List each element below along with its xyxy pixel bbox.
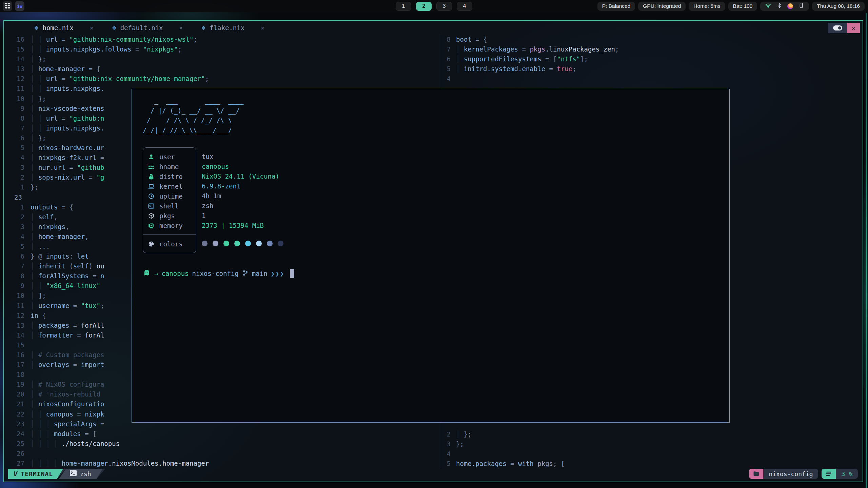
status-module[interactable]: Home: 6ms [689, 2, 725, 11]
uptime-icon [147, 193, 155, 200]
mode-segment: V TERMINAL [8, 469, 63, 479]
fetch-value-memory: 2373 | 15394 MiB [202, 221, 283, 230]
indent-guide: │ [456, 55, 464, 63]
tab-home.nix[interactable]: ❄home.nix✕ [25, 21, 103, 35]
token: = { [58, 203, 73, 211]
token: "tux" [81, 302, 100, 309]
indent-guide: │ [456, 65, 464, 73]
tab-close-icon[interactable]: ✕ [261, 24, 264, 31]
indent-guide: │ [31, 95, 38, 102]
token: pkgs [534, 460, 553, 467]
floating-terminal[interactable]: _ ___ ____ ____ / |/ (_)_ __/ __ \/ __/ … [132, 89, 730, 423]
line-number: 23 [4, 192, 31, 202]
code-line: 5│ initrd.systemd.enable = true; [441, 64, 863, 74]
line-number: 17 [4, 360, 31, 370]
token: nixpkgs-f2k.url [38, 154, 97, 161]
token: specialArgs [54, 420, 97, 428]
tab-close-icon[interactable]: ✕ [179, 24, 183, 31]
launcher-button[interactable] [3, 1, 12, 11]
shell-segment: zsh [59, 469, 103, 479]
code-text: │ # 'nixos-rebuild [31, 389, 100, 399]
pin-toggle[interactable] [828, 23, 847, 33]
code-text: │ │ │ │ home-manager.nixosModules.home-m… [31, 459, 209, 468]
line-number: 23 [4, 419, 31, 429]
workspace-4-button[interactable]: 4 [457, 2, 472, 11]
workspace-1-button[interactable]: 1 [396, 2, 411, 11]
phone-icon[interactable] [798, 2, 804, 10]
status-module[interactable]: P: Balanced [597, 2, 635, 11]
indent-guide: │ [31, 55, 38, 63]
code-text: │ # Custom packages [31, 350, 104, 360]
token: = [69, 322, 81, 329]
code-text: │ │ url = "github:n [31, 114, 104, 123]
clock[interactable]: Thu Aug 08, 18:16 [812, 2, 865, 11]
tab-default.nix[interactable]: ❄default.nix✕ [103, 21, 192, 35]
window-close-button[interactable]: ✕ [847, 23, 860, 33]
fetch-colors-box: colors [143, 235, 196, 253]
workspace-3-button[interactable]: 3 [436, 2, 452, 11]
code-text: │ nixos-hardware.ur [31, 143, 104, 153]
line-number: 15 [4, 44, 31, 54]
fetch-value-user: tux [202, 152, 283, 162]
token: modules [54, 430, 81, 438]
token: url [46, 115, 58, 122]
indent-guide: │ │ [31, 115, 46, 122]
line-number: 4 [441, 74, 456, 84]
indent-guide: │ [31, 381, 38, 388]
token: home-manager [62, 460, 108, 467]
fetch-value-distro: NixOS 24.11 (Vicuna) [202, 171, 283, 181]
shell-prompt[interactable]: → canopus nixos-config main ❯❯❯ [143, 269, 729, 278]
line-number: 7 [4, 261, 31, 271]
line-number: 22 [4, 409, 31, 419]
line-number: 21 [4, 399, 31, 409]
token: ; [ [553, 460, 565, 467]
token: supportedFilesystems [464, 55, 541, 63]
line-number: 12 [4, 311, 31, 321]
fetch-row-hname: hname [147, 162, 196, 171]
line-number: 12 [4, 74, 31, 84]
line-number: 13 [4, 64, 31, 74]
line-number: 1 [4, 182, 31, 192]
token: import [81, 361, 104, 368]
code-text: }; [456, 439, 464, 449]
workspace-2-button[interactable]: 2 [416, 2, 432, 11]
bluetooth-icon[interactable] [776, 3, 782, 10]
status-module[interactable]: GPU: Integrated [638, 2, 686, 11]
code-text: │ │ │ specialArgs = [31, 419, 104, 429]
indent-guide: │ [31, 322, 38, 329]
token: url [46, 75, 58, 82]
token: home-manager [38, 233, 85, 240]
token: inputs [46, 252, 70, 260]
shell-label: zsh [80, 470, 91, 477]
indent-guide: │ [31, 164, 38, 171]
code-text: } @ inputs: let [31, 251, 89, 261]
token: pkgs [530, 45, 545, 53]
line-number: 3 [441, 439, 456, 449]
tab-close-icon[interactable]: ✕ [90, 24, 93, 31]
wifi-icon[interactable] [765, 2, 771, 10]
status-modules: P: BalancedGPU: IntegratedHome: 6msBat: … [597, 2, 757, 11]
code-line: 5home.packages = with pkgs; [ [441, 459, 863, 469]
tab-flake.nix[interactable]: ❄flake.nix✕ [192, 21, 274, 35]
logo-button[interactable]: $W [15, 1, 24, 11]
indent-guide: │ [31, 272, 38, 280]
fetch-row-colors: colors [147, 239, 196, 249]
code-text: │ │ canopus = nixpk [31, 409, 104, 419]
code-text: │ # NixOS configura [31, 380, 104, 389]
code-line: 2│ }; [441, 429, 863, 439]
status-module[interactable]: Bat: 100 [728, 2, 757, 11]
indent-guide: │ │ │ [31, 430, 54, 438]
line-number: 13 [4, 321, 31, 330]
token: nixpkgs [38, 223, 65, 230]
tab-label: home.nix [42, 24, 74, 32]
line-number: 11 [4, 301, 31, 311]
tab-label: flake.nix [210, 24, 244, 32]
token: let [77, 252, 88, 260]
line-number: 26 [4, 449, 31, 459]
fetch-value-hname: canopus [202, 162, 283, 171]
indent-guide: │ [31, 213, 38, 221]
browser-icon[interactable] [787, 3, 793, 9]
palette-dot-0 [202, 241, 208, 246]
token: = [89, 272, 100, 280]
code-text: }; [31, 182, 38, 192]
